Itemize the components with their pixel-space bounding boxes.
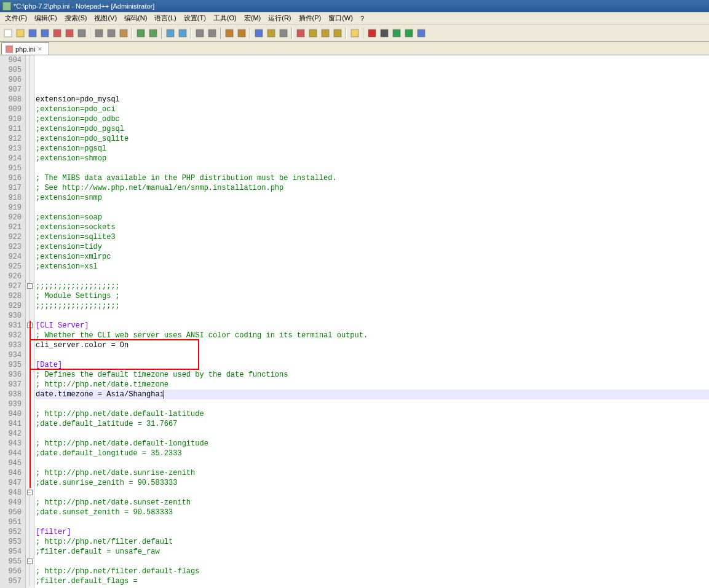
code-line[interactable]: ;;;;;;;;;;;;;;;;;;; — [36, 301, 709, 311]
zoom-in-button[interactable] — [194, 28, 205, 39]
editor[interactable]: 9049059069079089099109119129139149159169… — [0, 55, 709, 588]
fold-toggle[interactable]: − — [27, 283, 33, 289]
open-file-button[interactable] — [15, 28, 26, 39]
code-line[interactable] — [36, 517, 709, 527]
save-macro-button[interactable] — [416, 28, 427, 39]
code-line[interactable]: ; http://php.net/date.default-latitude — [36, 409, 709, 419]
code-line[interactable]: ;extension=pdo_sqlite — [36, 134, 709, 144]
code-line[interactable]: ;extension=pdo_pgsql — [36, 124, 709, 134]
close-icon[interactable]: ✕ — [38, 46, 44, 52]
code-line[interactable] — [36, 488, 709, 498]
menu-item[interactable]: 搜索(S) — [61, 12, 91, 24]
code-line[interactable]: [CLI Server] — [36, 321, 709, 331]
code-line[interactable]: ;extension=snmp — [36, 193, 709, 203]
new-file-button[interactable] — [2, 28, 14, 39]
code-line[interactable]: cli_server.color = On — [36, 340, 709, 350]
stop-button[interactable] — [379, 28, 390, 39]
replace-button[interactable] — [177, 28, 188, 39]
doc-map-button[interactable] — [307, 28, 319, 39]
menu-item[interactable]: 设置(T) — [180, 12, 210, 24]
code-line[interactable]: ;extension=tidy — [36, 242, 709, 252]
redo-button[interactable] — [148, 28, 159, 39]
undo-button[interactable] — [135, 28, 146, 39]
code-line[interactable]: ;extension=xsl — [36, 262, 709, 272]
code-line[interactable] — [36, 557, 709, 566]
menu-item[interactable]: 文件(F) — [1, 12, 31, 24]
sync-v-button[interactable] — [224, 28, 235, 39]
code-line[interactable]: ; Whether the CLI web server uses ANSI c… — [36, 331, 709, 340]
menu-item[interactable]: 视图(V) — [90, 12, 121, 24]
record-button[interactable] — [366, 28, 378, 39]
cut-button[interactable] — [93, 28, 105, 39]
menu-item[interactable]: 编码(N) — [121, 12, 151, 24]
menu-item[interactable]: 宏(M) — [240, 12, 265, 24]
code-line[interactable] — [36, 203, 709, 213]
fold-toggle[interactable]: − — [27, 323, 33, 328]
code-line[interactable]: ;date.sunset_zenith = 90.583333 — [36, 508, 709, 517]
folder-button[interactable] — [349, 28, 360, 39]
code-line[interactable] — [36, 399, 709, 409]
save-all-button[interactable] — [39, 28, 50, 39]
wrap-button[interactable] — [253, 28, 264, 39]
code-line[interactable]: ; http://php.net/date.default-longitude — [36, 439, 709, 449]
code-area[interactable]: extension=pdo_mysql;extension=pdo_oci;ex… — [34, 55, 709, 588]
code-line[interactable]: ;extension=xmlrpc — [36, 252, 709, 262]
close-button[interactable] — [52, 28, 63, 39]
paste-button[interactable] — [118, 28, 129, 39]
code-line[interactable] — [36, 311, 709, 321]
show-all-button[interactable] — [266, 28, 277, 39]
code-line[interactable]: ; http://php.net/filter.default — [36, 537, 709, 547]
code-line[interactable]: ;filter.default_flags = — [36, 576, 709, 586]
code-line[interactable] — [36, 458, 709, 468]
code-line[interactable]: ; http://php.net/date.sunset-zenith — [36, 498, 709, 508]
play-multi-button[interactable] — [403, 28, 414, 39]
code-line[interactable]: ;extension=pdo_odbc — [36, 114, 709, 124]
code-line[interactable] — [36, 350, 709, 360]
menu-item[interactable]: 运行(R) — [264, 12, 295, 24]
code-line[interactable]: ; Module Settings ; — [36, 291, 709, 301]
code-line[interactable]: ; http://php.net/filter.default-flags — [36, 566, 709, 576]
code-line[interactable]: ; http://php.net/date.timezone — [36, 380, 709, 390]
func-list-button[interactable] — [332, 28, 343, 39]
menu-item[interactable]: 工具(O) — [210, 12, 240, 24]
sync-h-button[interactable] — [236, 28, 247, 39]
fold-toggle[interactable]: − — [27, 559, 33, 564]
code-line[interactable]: ; See http://www.php.net/manual/en/snmp.… — [36, 183, 709, 193]
menu-item[interactable]: 语言(L) — [151, 12, 180, 24]
code-line[interactable]: ; The MIBS data available in the PHP dis… — [36, 173, 709, 183]
find-button[interactable] — [165, 28, 176, 39]
close-all-button[interactable] — [64, 28, 75, 39]
indent-guide-button[interactable] — [278, 28, 289, 39]
code-line[interactable]: ;extension=soap — [36, 213, 709, 222]
menu-item[interactable]: ? — [357, 14, 368, 23]
code-line[interactable]: ;;;;;;;;;;;;;;;;;;; — [36, 281, 709, 291]
copy-button[interactable] — [106, 28, 117, 39]
code-line[interactable]: [filter] — [36, 527, 709, 537]
code-line[interactable]: extension=pdo_mysql — [36, 95, 709, 104]
code-line[interactable]: ;extension=shmop — [36, 154, 709, 163]
code-line[interactable]: ;extension=pgsql — [36, 144, 709, 154]
code-line[interactable] — [36, 163, 709, 173]
code-line[interactable] — [36, 272, 709, 281]
code-line[interactable]: ;date.default_longitude = 35.2333 — [36, 449, 709, 458]
lang-button[interactable] — [295, 28, 306, 39]
menu-item[interactable]: 窗口(W) — [325, 12, 357, 24]
code-line[interactable]: ;date.default_latitude = 31.7667 — [36, 419, 709, 429]
code-line[interactable]: [Date] — [36, 360, 709, 370]
menu-item[interactable]: 编辑(E) — [31, 12, 61, 24]
zoom-out-button[interactable] — [207, 28, 218, 39]
code-line[interactable]: ;date.sunrise_zenith = 90.583333 — [36, 478, 709, 488]
code-line[interactable]: ;extension=pdo_oci — [36, 104, 709, 114]
code-line[interactable] — [36, 429, 709, 439]
code-line[interactable]: date.timezone = Asia/Shanghai — [36, 390, 709, 399]
code-line[interactable]: ; http://php.net/date.sunrise-zenith — [36, 468, 709, 478]
code-line[interactable]: ;extension=sqlite3 — [36, 232, 709, 242]
play-button[interactable] — [391, 28, 402, 39]
code-line[interactable]: ; Defines the default timezone used by t… — [36, 370, 709, 380]
doc-list-button[interactable] — [320, 28, 331, 39]
menu-item[interactable]: 插件(P) — [295, 12, 325, 24]
print-button[interactable] — [76, 28, 87, 39]
code-line[interactable]: ;extension=sockets — [36, 222, 709, 232]
fold-toggle[interactable]: − — [27, 490, 33, 495]
tab-php-ini[interactable]: php.ini ✕ — [1, 42, 49, 55]
